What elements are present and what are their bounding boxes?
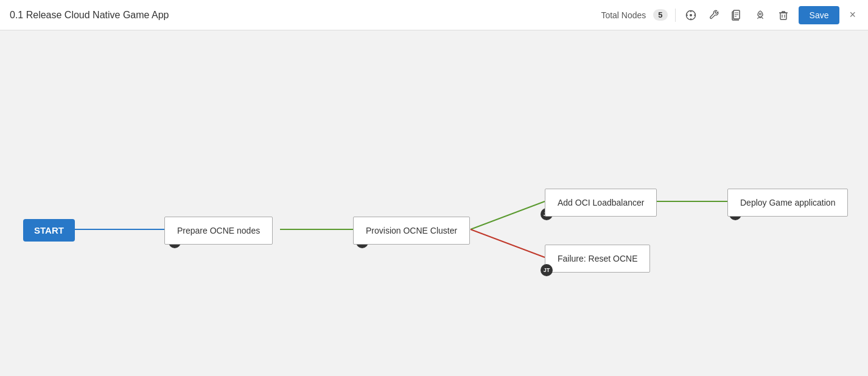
start-label: START <box>34 225 64 235</box>
divider <box>675 9 676 22</box>
close-icon: × <box>849 9 856 21</box>
deploy-node[interactable]: Deploy Game application <box>727 189 848 217</box>
prepare-node[interactable]: Prepare OCNE nodes <box>164 217 273 245</box>
svg-point-1 <box>690 14 692 16</box>
wrench-button[interactable] <box>706 7 722 23</box>
total-nodes-count: 5 <box>653 9 667 21</box>
workflow-canvas: START JT Prepare OCNE nodes JT Provision… <box>0 30 868 376</box>
failure-node[interactable]: Failure: Reset OCNE <box>545 245 650 273</box>
failure-label: Failure: Reset OCNE <box>558 254 637 263</box>
svg-rect-11 <box>780 13 786 19</box>
jt-badge-5: JT <box>541 264 553 276</box>
wrench-icon <box>709 10 719 21</box>
total-nodes-label: Total Nodes <box>601 10 646 20</box>
close-button[interactable]: × <box>847 6 858 24</box>
header: 0.1 Release Cloud Native Game App Total … <box>0 0 868 30</box>
svg-point-10 <box>759 13 761 15</box>
loadbalancer-label: Add OCI Loadbalancer <box>558 198 644 207</box>
svg-line-17 <box>471 201 545 229</box>
provision-label: Provision OCNE Cluster <box>366 226 457 235</box>
book-icon <box>732 10 743 21</box>
rocket-icon <box>755 10 766 21</box>
compass-button[interactable] <box>683 7 699 23</box>
book-button[interactable] <box>729 7 745 23</box>
trash-button[interactable] <box>775 7 791 23</box>
rocket-button[interactable] <box>752 7 768 23</box>
svg-line-18 <box>471 229 545 257</box>
trash-icon <box>778 10 789 21</box>
prepare-label: Prepare OCNE nodes <box>177 226 260 235</box>
start-node[interactable]: START <box>23 219 75 242</box>
save-button[interactable]: Save <box>799 6 840 24</box>
deploy-label: Deploy Game application <box>740 198 835 207</box>
loadbalancer-node[interactable]: Add OCI Loadbalancer <box>545 189 657 217</box>
page-title: 0.1 Release Cloud Native Game App <box>10 10 169 21</box>
header-actions: Total Nodes 5 <box>601 6 858 24</box>
compass-icon <box>685 10 696 21</box>
provision-node[interactable]: Provision OCNE Cluster <box>353 217 470 245</box>
